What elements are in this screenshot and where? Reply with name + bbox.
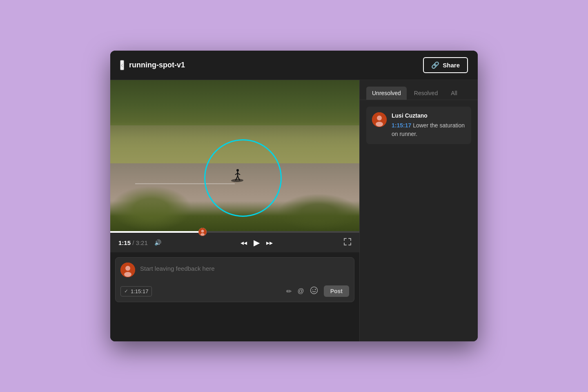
comment-avatar (372, 112, 387, 127)
svg-point-7 (201, 230, 204, 233)
comment-text: 1:15:17 Lower the saturation on runner. (392, 121, 466, 138)
comment-bottom: ✓ 1:15:17 ✏ @ (120, 282, 349, 297)
svg-point-13 (312, 290, 313, 290)
post-button[interactable]: Post (324, 285, 349, 297)
tab-unresolved[interactable]: Unresolved (366, 87, 407, 100)
svg-point-11 (124, 272, 131, 277)
emoji-icon[interactable] (310, 286, 318, 296)
progress-track[interactable] (110, 231, 359, 233)
progress-fill (110, 231, 203, 233)
comments-sidebar: Unresolved Resolved All Lusi Cuztano (359, 80, 478, 341)
video-scene (110, 80, 359, 231)
playback-buttons: ◂◂ ▶ ▸▸ (169, 238, 344, 247)
svg-point-17 (376, 122, 383, 127)
play-button[interactable]: ▶ (254, 238, 260, 247)
comment-actions: ✏ @ Post (286, 285, 349, 297)
comment-input-area: Start leaving feedback here ✓ 1:15:17 ✏ … (115, 257, 354, 302)
svg-point-12 (310, 287, 317, 294)
annotation-circle (204, 139, 282, 217)
back-button[interactable]: ‹ (120, 60, 124, 70)
comment-top: Start leaving feedback here (120, 263, 349, 277)
svg-point-10 (125, 266, 130, 271)
share-button[interactable]: 🔗 Share (423, 57, 468, 73)
bush-left (110, 186, 192, 231)
forward-button[interactable]: ▸▸ (266, 239, 273, 247)
video-panel: 1:15 / 3:21 🔊 ◂◂ ▶ ▸▸ (110, 80, 359, 341)
time-display: 1:15 / 3:21 (118, 239, 148, 246)
share-label: Share (443, 62, 460, 69)
comment-body: Lusi Cuztano 1:15:17 Lower the saturatio… (392, 112, 466, 138)
content-area: 1:15 / 3:21 🔊 ◂◂ ▶ ▸▸ (110, 80, 478, 341)
svg-point-16 (377, 116, 382, 120)
draw-icon[interactable]: ✏ (286, 287, 292, 295)
tab-resolved[interactable]: Resolved (408, 87, 443, 100)
timestamp-value: 1:15:17 (131, 288, 148, 294)
header-left: ‹ running-spot-v1 (120, 60, 185, 70)
user-avatar (120, 263, 135, 277)
timestamp-badge[interactable]: ✓ 1:15:17 (120, 286, 152, 296)
total-time: 3:21 (136, 239, 148, 246)
mention-icon[interactable]: @ (297, 287, 304, 295)
progress-thumb (198, 228, 207, 236)
comment-item: Lusi Cuztano 1:15:17 Lower the saturatio… (366, 107, 471, 144)
comments-tabs: Unresolved Resolved All (360, 80, 478, 100)
svg-point-8 (200, 233, 205, 236)
thumb-avatar (198, 228, 207, 236)
check-icon: ✓ (124, 288, 128, 294)
comment-author: Lusi Cuztano (392, 112, 466, 119)
current-time: 1:15 (118, 239, 131, 246)
video-container[interactable] (110, 80, 359, 231)
rewind-button[interactable]: ◂◂ (241, 239, 247, 247)
comment-timestamp: 1:15:17 (392, 122, 411, 129)
app-window: ‹ running-spot-v1 🔗 Share (110, 51, 478, 341)
time-separator: / (132, 239, 136, 246)
share-icon: 🔗 (431, 61, 439, 69)
tab-all[interactable]: All (445, 87, 463, 100)
file-title: running-spot-v1 (129, 61, 185, 69)
bush-right (278, 194, 359, 232)
playback-controls: 1:15 / 3:21 🔊 ◂◂ ▶ ▸▸ (110, 233, 359, 252)
progress-area[interactable] (110, 231, 359, 233)
svg-point-0 (236, 169, 239, 172)
comment-placeholder-text[interactable]: Start leaving feedback here (140, 263, 349, 272)
comment-list: Lusi Cuztano 1:15:17 Lower the saturatio… (360, 100, 478, 341)
fullscreen-button[interactable] (344, 238, 351, 247)
volume-icon[interactable]: 🔊 (154, 239, 161, 246)
header: ‹ running-spot-v1 🔗 Share (110, 51, 478, 80)
